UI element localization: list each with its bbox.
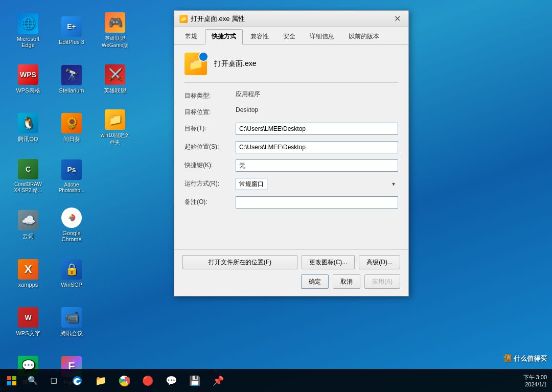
wps-icon: WPS xyxy=(18,64,38,85)
tab-general[interactable]: 常规 xyxy=(178,29,204,44)
desktop-icon-editplus[interactable]: E+ EditPlus 3 xyxy=(51,8,92,54)
tab-previous[interactable]: 以前的版本 xyxy=(342,29,386,44)
run-mode-wrapper: 常规窗口 最小化 最大化 xyxy=(236,178,398,190)
chrome-label: Google Chrome xyxy=(61,230,81,242)
tab-security[interactable]: 安全 xyxy=(277,29,302,44)
dialog-tabs: 常规 快捷方式 兼容性 安全 详细信息 以前的版本 xyxy=(174,27,408,44)
prop-row-comment: 备注(O): xyxy=(185,196,398,209)
footer-btn-row2: 确定 取消 应用(A) xyxy=(182,274,400,289)
prop-row-run-mode: 运行方式(R): 常规窗口 最小化 最大化 xyxy=(185,178,398,190)
yunvou-label: 云词 xyxy=(22,233,34,240)
desktop-icon-yunvou[interactable]: ☁️ 云词 xyxy=(8,202,49,248)
dialog-title-icon: 📁 xyxy=(179,15,188,23)
prop-row-target-location: 目标位置: Desktop xyxy=(185,106,398,117)
stellarium-icon: 🔭 xyxy=(61,65,82,85)
taskbar-left: 🔍 ❑ 📁 🔴 💬 💾 xyxy=(0,369,230,392)
cancel-button[interactable]: 取消 xyxy=(333,274,360,289)
desktop-icon-coreldraw[interactable]: C CorelDRAW X4 SP2 精... xyxy=(8,153,49,199)
wendou-label: 问日葵 xyxy=(63,135,80,143)
desktop-icon-wps[interactable]: WPS WPS表格 xyxy=(8,56,49,102)
edge-icon: 🌐 xyxy=(18,13,38,34)
tab-compatibility[interactable]: 兼容性 xyxy=(244,29,275,44)
desktop-icon-photoshop[interactable]: Ps Adobe Photosho... xyxy=(51,153,92,199)
qq-icon: 🐧 xyxy=(18,113,38,133)
target-label: 目标(T): xyxy=(185,123,236,133)
prop-row-hotkey: 快捷键(K): xyxy=(185,159,398,172)
change-icon-button[interactable]: 更改图标(C)... xyxy=(302,255,355,269)
desktop-icon-wendou[interactable]: 🌻 问日葵 xyxy=(51,105,92,151)
heroes-label: 英雄联盟 xyxy=(104,87,126,95)
taskbar-right: 下午 3:00 2024/1/1 xyxy=(523,374,552,387)
dialog-footer: 打开文件所在的位置(F) 更改图标(C)... 高级(D)... 确定 取消 应… xyxy=(174,249,408,296)
target-location-label: 目标位置: xyxy=(185,106,236,117)
wps-label: WPS表格 xyxy=(16,87,40,95)
desktop-icon-qq[interactable]: 🐧 腾讯QQ xyxy=(8,105,49,151)
desktop-icon-tencent-meeting[interactable]: 📹 腾讯会议 xyxy=(51,299,92,345)
taskbar-wechat-icon[interactable]: 💬 xyxy=(159,369,183,392)
close-button[interactable]: ✕ xyxy=(391,13,403,25)
hotkey-input[interactable] xyxy=(236,159,398,172)
taskbar-red-icon[interactable]: 🔴 xyxy=(136,369,159,392)
taskbar-edge-icon[interactable] xyxy=(65,369,89,392)
ok-button[interactable]: 确定 xyxy=(301,274,329,289)
qq-label: 腾讯QQ xyxy=(18,135,38,143)
desktop-icon-winscp[interactable]: 🔒 WinSCP xyxy=(51,250,92,296)
start-location-label: 起始位置(S): xyxy=(185,141,236,151)
comment-input[interactable] xyxy=(236,196,398,209)
desktop-icon-stellarium[interactable]: 🔭 Stellarium xyxy=(51,56,92,102)
win10folder-label: win10固定文 件夹 xyxy=(101,132,129,146)
taskbar-pinned-icons: 📁 🔴 💬 💾 📌 xyxy=(65,369,230,392)
tencent-meeting-label: 腾讯会议 xyxy=(60,330,83,337)
start-button[interactable] xyxy=(0,369,24,392)
chrome-icon xyxy=(61,207,82,228)
desktop-icon-win10folder[interactable]: 📁 win10固定文 件夹 xyxy=(95,105,135,151)
target-location-value: Desktop xyxy=(236,106,258,113)
dialog-titlebar: 📁 打开桌面.exe 属性 ✕ xyxy=(174,11,408,27)
run-mode-select[interactable]: 常规窗口 最小化 最大化 xyxy=(236,178,267,190)
svg-rect-1 xyxy=(7,376,11,380)
apply-button[interactable]: 应用(A) xyxy=(364,274,400,289)
watermark-text: 什么值得买 xyxy=(514,354,547,363)
photoshop-icon: Ps xyxy=(61,159,82,180)
winscp-icon: 🔒 xyxy=(61,259,82,280)
tab-details[interactable]: 详细信息 xyxy=(303,29,341,44)
desktop-icons-container: 🌐 Microsoft Edge E+ EditPlus 3 🎮 英雄联盟 We… xyxy=(5,5,138,392)
taskview-button[interactable]: ❑ xyxy=(42,369,65,392)
target-input[interactable] xyxy=(236,123,398,135)
prop-row-target-type: 目标类型: 应用程序 xyxy=(185,90,398,100)
dialog-content: 📁 打开桌面.exe 目标类型: 应用程序 目标位置: Desktop 目标(T… xyxy=(174,44,408,249)
target-type-label: 目标类型: xyxy=(185,90,236,100)
comment-label: 备注(O): xyxy=(185,196,236,206)
wps-text-icon: W xyxy=(18,307,38,328)
desktop-icon-chrome[interactable]: Google Chrome xyxy=(51,202,92,248)
winscp-label: WinSCP xyxy=(61,282,82,288)
taskbar-chrome-icon[interactable] xyxy=(112,369,136,392)
taskbar-storage-icon[interactable]: 💾 xyxy=(183,369,206,392)
open-location-button[interactable]: 打开文件所在的位置(F) xyxy=(182,255,297,269)
footer-btn-row1: 打开文件所在的位置(F) 更改图标(C)... 高级(D)... xyxy=(182,255,400,269)
file-name: 打开桌面.exe xyxy=(214,59,256,68)
desktop: 🌐 Microsoft Edge E+ EditPlus 3 🎮 英雄联盟 We… xyxy=(0,0,552,392)
start-location-input[interactable] xyxy=(236,141,398,153)
advanced-button[interactable]: 高级(D)... xyxy=(359,255,400,269)
hotkey-label: 快捷键(K): xyxy=(185,159,236,170)
file-icon: 📁 xyxy=(185,53,207,75)
desktop-icon-heroes[interactable]: ⚔️ 英雄联盟 xyxy=(95,56,135,102)
tab-shortcut[interactable]: 快捷方式 xyxy=(205,29,243,44)
file-header: 📁 打开桌面.exe xyxy=(185,53,398,83)
properties-dialog: 📁 打开桌面.exe 属性 ✕ 常规 快捷方式 兼容性 安全 详细信息 以前的版… xyxy=(174,10,409,296)
desktop-icon-wegame[interactable]: 🎮 英雄联盟 WeGame版 xyxy=(95,8,135,54)
xampp-icon: X xyxy=(18,259,38,280)
photoshop-label: Adobe Photosho... xyxy=(59,182,85,193)
taskbar-pin-icon[interactable]: 📌 xyxy=(206,369,230,392)
wegame-label: 英雄联盟 WeGame版 xyxy=(102,35,128,49)
yunvou-icon: ☁️ xyxy=(18,210,38,230)
desktop-icon-wps-text[interactable]: W WPS文字 xyxy=(8,299,49,345)
stellarium-label: Stellarium xyxy=(59,87,84,94)
win10folder-icon: 📁 xyxy=(105,109,125,130)
search-button[interactable]: 🔍 xyxy=(24,369,42,392)
desktop-icon-xampp[interactable]: X xampps xyxy=(8,250,49,296)
wendou-icon: 🌻 xyxy=(61,113,82,133)
taskbar-folder-icon[interactable]: 📁 xyxy=(89,369,112,392)
desktop-icon-edge[interactable]: 🌐 Microsoft Edge xyxy=(8,8,49,54)
